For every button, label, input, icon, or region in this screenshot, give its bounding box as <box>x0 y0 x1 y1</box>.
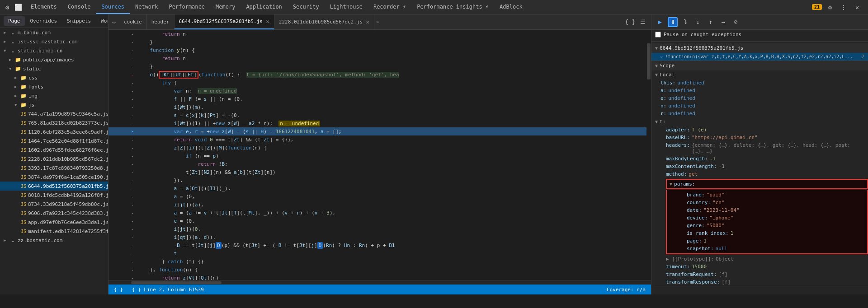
tree-item-765[interactable]: JS 765.81ad3218cd02b823773e.js <box>0 118 108 127</box>
subtab-workspace[interactable]: Workspace <box>96 16 108 26</box>
tree-item-public[interactable]: ▶ 📁 public/app/images <box>0 55 108 64</box>
scope-this[interactable]: this: undefined <box>651 79 868 87</box>
devtools-icon[interactable]: ⚙ <box>2 2 13 13</box>
file-tab-cookie[interactable]: cookie <box>119 14 147 29</box>
close-tab-2228[interactable]: ✕ <box>366 19 369 25</box>
deactivate-breakpoints-btn[interactable]: ⊘ <box>731 17 741 27</box>
tree-item-1120[interactable]: JS 1120.6ebf283c5a3eee6c9adf.js <box>0 127 108 136</box>
tabs-overflow[interactable]: » <box>374 19 381 25</box>
tree-item-6644[interactable]: JS 6644.9bd512f560375a201fb5.js <box>0 182 108 191</box>
tab-performance[interactable]: Performance <box>164 0 210 14</box>
tab-application[interactable]: Application <box>241 0 287 14</box>
local-scope-header[interactable]: ▼ Local <box>651 70 868 79</box>
tab-console[interactable]: Console <box>62 0 96 14</box>
tree-item-bdstatic[interactable]: ▶ ☁ zz.bdstatic.com <box>0 236 108 245</box>
scope-n[interactable]: n: undefined <box>651 102 868 110</box>
subtab-page[interactable]: Page <box>4 16 25 26</box>
tree-item-9606[interactable]: JS 9606.d7a9221c345c4238d383.js <box>0 209 108 218</box>
tab-security[interactable]: Security <box>288 0 325 14</box>
tree-item-ssl[interactable]: ▶ ☁ isl-ssl.mzstatic.com <box>0 37 108 46</box>
tree-item-1464[interactable]: JS 1464.7ce562c04d88f1f1d87c.js <box>0 136 108 145</box>
step-into-btn[interactable]: ↓ <box>693 17 703 27</box>
tree-item-3874[interactable]: JS 3874.de979f6a41ca505ce190.js <box>0 173 108 182</box>
debugger-content[interactable]: ▼ 6644.9bd512f560375a201fb5.js ☑ !functi… <box>651 42 868 294</box>
callstack-header[interactable]: ▼ 6644.9bd512f560375a201fb5.js <box>651 43 868 53</box>
t-obj-header[interactable]: ▼ t: <box>651 117 868 126</box>
navigator-icon[interactable]: ☰ <box>637 17 648 28</box>
tree-item-2228[interactable]: JS 2228.021ddb10b985cd567dc2.js <box>0 154 108 163</box>
file-tab-header[interactable]: header <box>147 14 175 29</box>
scope-r[interactable]: r: undefined <box>651 110 868 117</box>
callstack-item[interactable]: ☑ !function(n){var z,b,t,e,C,Y,A,k,x,P,R… <box>651 53 868 61</box>
subtab-snippets[interactable]: Snippets <box>62 16 95 26</box>
settings-icon[interactable]: ⚙ <box>825 2 835 13</box>
scope-headers[interactable]: headers: {common: {…}, delete: {…}, get:… <box>651 141 868 155</box>
param-snapshot[interactable]: snapshot: null <box>667 245 867 252</box>
scope-val: undefined <box>668 88 695 93</box>
tab-adblock[interactable]: AdBlock <box>494 0 528 14</box>
tab-memory[interactable]: Memory <box>210 0 241 14</box>
code-scroll[interactable]: - return n - } - <box>108 30 646 280</box>
tab-network[interactable]: Network <box>130 0 164 14</box>
param-date[interactable]: date: "2023-11-04" <box>667 206 867 214</box>
format-icon[interactable]: { } <box>625 17 636 28</box>
tree-item-8018[interactable]: JS 8018.1fdc5cdbb4192a126f8f.js <box>0 191 108 200</box>
step-out-btn[interactable]: ↑ <box>706 17 716 27</box>
tab-sources[interactable]: Sources <box>96 0 130 14</box>
param-page[interactable]: page: 1 <box>667 237 867 245</box>
scope-method[interactable]: method: get <box>651 170 868 178</box>
subtab-overrides[interactable]: Overrides <box>26 16 62 26</box>
tab-elements[interactable]: Elements <box>25 0 62 14</box>
scope-maxcontentlength[interactable]: maxContentLength: -1 <box>651 163 868 170</box>
pause-exceptions-checkbox[interactable] <box>655 32 661 37</box>
editor-hscrollbar[interactable] <box>108 280 651 285</box>
tab-performance-insights[interactable]: Performance insights ⚡ <box>411 0 494 14</box>
tree-item-744[interactable]: JS 744.a71a199d8975c9346c5a.js <box>0 109 108 118</box>
scope-prototype[interactable]: ▶ [[Prototype]]: Object <box>651 255 868 263</box>
tab-lighthouse[interactable]: Lighthouse <box>325 0 368 14</box>
more-icon[interactable]: ⋮ <box>838 2 849 13</box>
scope-maxbodylength[interactable]: maxBodyLength: -1 <box>651 155 868 163</box>
step-btn[interactable]: → <box>718 17 728 27</box>
scope-a[interactable]: a: undefined <box>651 87 868 94</box>
file-tab-2228[interactable]: 2228.021ddb10b985cd567dc2.js ✕ <box>274 14 374 29</box>
tab-recorder[interactable]: Recorder ⚡ <box>368 0 411 14</box>
step-over-btn[interactable]: ⤵ <box>680 17 690 27</box>
tree-item-img[interactable]: ▶ 📁 img <box>0 91 108 100</box>
params-header[interactable]: ▼ params: <box>666 179 868 189</box>
scope-baseurl[interactable]: baseURL: "https://api.qimai.cn" <box>651 134 868 141</box>
editor-vscrollbar[interactable] <box>646 30 651 280</box>
file-tab-6644[interactable]: 6644.9bd512f560375a201fb5.js ✕ <box>175 14 274 29</box>
dock-icon[interactable]: ⬜ <box>13 2 24 13</box>
param-device[interactable]: device: "iphone" <box>667 214 867 222</box>
tree-item-mbaidu[interactable]: ▶ ☁ m.baidu.com <box>0 28 108 37</box>
param-is-rank-index[interactable]: is_rank_index: 1 <box>667 229 867 237</box>
line-gutter: - <box>129 119 136 127</box>
scope-transform-request[interactable]: transformRequest: [f] <box>651 271 868 278</box>
scope-e[interactable]: e: undefined <box>651 94 868 102</box>
tree-item-js[interactable]: ▼ 📁 js <box>0 100 108 109</box>
param-country[interactable]: country: "cn" <box>667 199 867 206</box>
pause-btn[interactable]: ⏸ <box>668 17 678 27</box>
tree-item-1602[interactable]: JS 1602.d967d55fdce68276f6ec.js <box>0 145 108 154</box>
tree-item-3393[interactable]: JS 3393.17c87c898340793250d8.js <box>0 163 108 173</box>
tree-item-8734[interactable]: JS 8734.33d96218e5f459db80c.js <box>0 200 108 209</box>
close-tab-6644[interactable]: ✕ <box>266 18 269 25</box>
resume-btn[interactable]: ▶ <box>655 17 665 27</box>
tree-item-css[interactable]: ▶ 📁 css <box>0 73 108 82</box>
scope-adapter[interactable]: adapter: f (e) <box>651 126 868 134</box>
js-file-icon: JS <box>20 165 27 171</box>
cursor-position: { } <box>114 287 123 293</box>
editor-sidebar-toggle[interactable]: ⇔ <box>108 19 119 26</box>
param-genre[interactable]: genre: "5000" <box>667 222 867 229</box>
tree-item-qimai[interactable]: ▼ ☁ static.qimai.cn <box>0 46 108 55</box>
tree-item-fonts[interactable]: ▶ 📁 fonts <box>0 82 108 91</box>
close-icon[interactable]: ✕ <box>852 2 863 13</box>
tree-item-manifest[interactable]: JS manifest.edb1742814e7255f3f14.js <box>0 227 108 236</box>
scope-timeout[interactable]: timeout: 15000 <box>651 263 868 271</box>
tree-item-static[interactable]: ▼ 📁 static <box>0 64 108 73</box>
scope-header[interactable]: ▼ Scope <box>651 61 868 70</box>
param-brand[interactable]: brand: "paid" <box>667 191 867 199</box>
tree-item-app[interactable]: JS app.d97ef0b76ce6ee3d3da1.js <box>0 218 108 227</box>
scope-transform-response[interactable]: transformResponse: [f] <box>651 278 868 286</box>
